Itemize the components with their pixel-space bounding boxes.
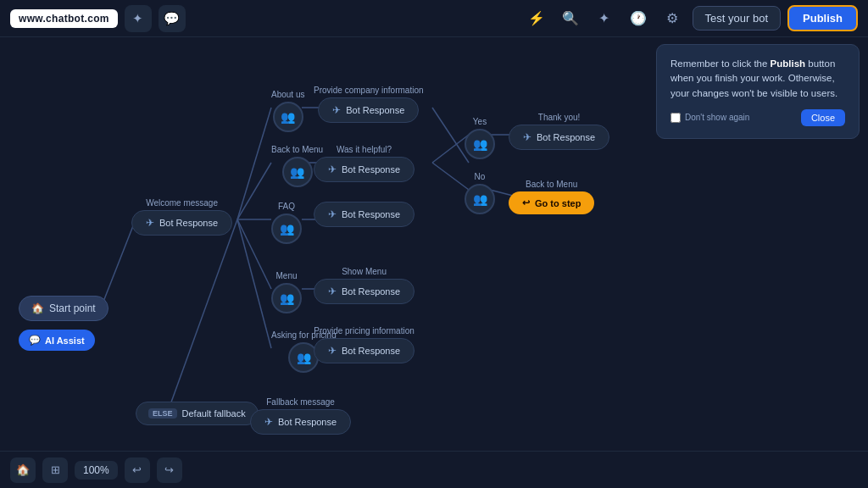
show-menu-label: Show Menu (342, 267, 387, 276)
users-icon-yes: 👥 (473, 137, 487, 151)
bottombar: 🏠 ⊞ 100% ↩ ↪ (0, 451, 868, 488)
ai-assist-node: 💬 AI Assist (19, 330, 95, 351)
send-icon-helpful: ✈ (328, 164, 337, 175)
else-badge: ELSE (148, 408, 177, 419)
send-icon-fallback: ✈ (264, 416, 273, 428)
go-to-step[interactable]: ↩ Go to step (509, 191, 594, 214)
provide-company-label: Provide company information (314, 86, 424, 95)
svg-line-5 (237, 219, 271, 348)
test-your-bot-button[interactable]: Test your bot (693, 6, 781, 30)
undo-button[interactable]: ↩ (125, 458, 150, 483)
provide-company-bot-response[interactable]: ✈ Bot Response (318, 97, 419, 123)
welcome-message-label: Welcome message (146, 198, 218, 208)
provide-pricing-label: Provide pricing information (314, 326, 414, 336)
search-icon-btn[interactable]: 🔍 (557, 5, 584, 32)
fallback-bot-response[interactable]: ✈ Bot Response (250, 409, 351, 435)
svg-line-2 (237, 163, 271, 219)
welcome-bot-response[interactable]: ✈ Bot Response (131, 210, 232, 236)
tooltip-close-button[interactable]: Close (801, 109, 845, 126)
ai-assist-button[interactable]: 💬 AI Assist (19, 330, 95, 351)
thank-you-bot-response[interactable]: ✈ Bot Response (509, 125, 609, 150)
tooltip-message: Remember to click the Publish button whe… (670, 57, 845, 101)
dont-show-label: Don't show again (685, 113, 749, 122)
users-icon-pricing: 👥 (297, 351, 311, 364)
svg-line-7 (432, 108, 469, 163)
dont-show-checkbox[interactable] (670, 113, 681, 123)
start-point-label: Start point (49, 302, 96, 314)
menu-top-label: Menu (275, 271, 297, 280)
no-node: No 👥 (465, 172, 495, 214)
chat-icon-btn[interactable]: 💬 (159, 5, 186, 32)
go-to-step-label: Go to step (535, 198, 581, 208)
goto-step-node: Back to Menu ↩ Go to step (509, 180, 594, 214)
was-helpful-node: Was it helpful? ✈ Bot Response (314, 145, 415, 182)
thank-you-bot-label: Bot Response (537, 132, 595, 142)
publish-tooltip: Remember to click the Publish button whe… (656, 44, 860, 139)
send-icon-thanks: ✈ (523, 131, 531, 143)
about-us-condition[interactable]: 👥 (273, 102, 303, 132)
provide-company-node: Provide company information ✈ Bot Respon… (314, 86, 424, 123)
yes-node: Yes 👥 (465, 117, 495, 159)
was-helpful-bot-response[interactable]: ✈ Bot Response (314, 157, 415, 182)
magic-icon-btn[interactable]: ✦ (125, 5, 152, 32)
provide-pricing-bot-label: Bot Response (342, 346, 400, 356)
no-condition[interactable]: 👥 (465, 184, 495, 214)
welcome-bot-response-label: Bot Response (159, 218, 218, 228)
svg-line-4 (237, 219, 271, 289)
faq-top-label: FAQ (278, 202, 295, 211)
topbar: www.chatbot.com ✦ 💬 ⚡ 🔍 ✦ 🕐 ⚙ Test your … (0, 0, 868, 37)
send-icon-welcome: ✈ (146, 217, 154, 229)
users-icon-faq: 👥 (280, 222, 294, 236)
fallback-bot-label: Bot Response (278, 417, 337, 427)
provide-pricing-node: Provide pricing information ✈ Bot Respon… (314, 326, 415, 363)
send-icon-menu: ✈ (328, 286, 337, 297)
tooltip-footer: Don't show again Close (670, 109, 845, 126)
welcome-message-node: Welcome message ✈ Bot Response (131, 198, 232, 236)
was-helpful-label: Was it helpful? (337, 145, 392, 154)
default-fallback[interactable]: ELSE Default fallback (136, 402, 259, 425)
yes-condition[interactable]: 👥 (465, 129, 495, 159)
svg-line-16 (165, 219, 237, 419)
about-us-node: About us 👥 (271, 90, 304, 132)
show-menu-bot-response[interactable]: ✈ Bot Response (314, 279, 415, 304)
show-menu-node: Show Menu ✈ Bot Response (314, 267, 415, 304)
about-us-label: About us (271, 90, 304, 99)
thank-you-node: Thank you! ✈ Bot Response (509, 113, 609, 150)
users-icon-menu: 👥 (280, 291, 294, 305)
faq-node: FAQ 👥 (271, 202, 302, 244)
svg-line-10 (432, 163, 469, 190)
faq-condition[interactable]: 👥 (271, 214, 302, 244)
users-icon-back: 👥 (290, 165, 304, 179)
yes-label: Yes (473, 117, 487, 126)
provide-pricing-bot-response[interactable]: ✈ Bot Response (314, 338, 415, 363)
menu-condition[interactable]: 👥 (271, 283, 302, 313)
show-menu-bot-label: Bot Response (342, 286, 400, 297)
zoom-level: 100% (75, 461, 118, 480)
menu-node: Menu 👥 (271, 271, 302, 313)
users-icon-no: 👥 (473, 192, 487, 206)
dont-show-again: Don't show again (670, 113, 749, 123)
svg-line-9 (432, 135, 469, 163)
redo-button[interactable]: ↪ (157, 458, 182, 483)
fallback-message-node: Fallback message ✈ Bot Response (250, 397, 351, 435)
tooltip-bold-publish: Publish (771, 58, 806, 69)
send-icon-company: ✈ (332, 104, 341, 116)
chat-bubble-icon: 💬 (29, 335, 41, 346)
provide-company-bot-label: Bot Response (346, 105, 404, 115)
refresh-icon-btn[interactable]: ✦ (591, 5, 618, 32)
faq-bot-response[interactable]: ✈ Bot Response (314, 202, 415, 227)
home-bottom-btn[interactable]: 🏠 (10, 458, 36, 483)
publish-button[interactable]: Publish (787, 5, 858, 31)
was-helpful-bot-label: Bot Response (342, 164, 400, 175)
start-point-node[interactable]: 🏠 Start point (19, 296, 108, 321)
users-icon-about: 👥 (281, 110, 295, 124)
brand-logo[interactable]: www.chatbot.com (10, 9, 118, 28)
bolt-icon-btn[interactable]: ⚡ (523, 5, 550, 32)
fit-screen-btn[interactable]: ⊞ (42, 458, 68, 483)
faq-bot-label: Bot Response (342, 209, 400, 219)
back-to-menu-condition[interactable]: 👥 (282, 157, 313, 187)
history-icon-btn[interactable]: 🕐 (625, 5, 652, 32)
thank-you-label: Thank you! (538, 113, 580, 122)
default-fallback-label: Default fallback (182, 408, 246, 419)
settings-icon-btn[interactable]: ⚙ (659, 5, 686, 32)
